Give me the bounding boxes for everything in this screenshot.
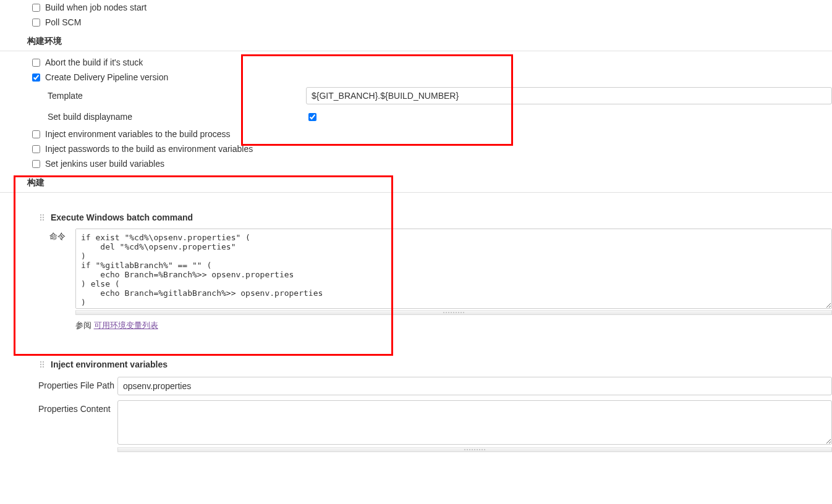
checkbox-inject-passwords[interactable] bbox=[32, 145, 40, 153]
svg-point-0 bbox=[40, 214, 41, 216]
svg-point-4 bbox=[40, 219, 41, 220]
option-create-delivery-pipeline[interactable]: Create Delivery Pipeline version bbox=[0, 70, 832, 85]
option-poll-scm[interactable]: Poll SCM bbox=[0, 15, 832, 30]
drag-handle-icon[interactable] bbox=[38, 213, 47, 222]
properties-file-path-row: Properties File Path bbox=[0, 374, 832, 398]
checkbox-inject-env[interactable] bbox=[32, 130, 40, 138]
section-header-build: 构建 bbox=[0, 171, 832, 193]
command-label: 命令 bbox=[0, 229, 75, 242]
label-set-displayname: Set build displayname bbox=[0, 112, 306, 122]
checkbox-abort-build[interactable] bbox=[32, 59, 40, 67]
jenkins-config-page: Build when job nodes start Poll SCM 构建环境… bbox=[0, 0, 832, 477]
label-create-delivery-pipeline: Create Delivery Pipeline version bbox=[45, 72, 168, 82]
svg-point-11 bbox=[43, 366, 44, 368]
label-poll-scm: Poll SCM bbox=[45, 17, 81, 27]
svg-point-6 bbox=[40, 361, 41, 363]
properties-content-row: Properties Content bbox=[0, 398, 832, 447]
field-row-set-displayname: Set build displayname bbox=[0, 107, 832, 127]
env-var-list-link[interactable]: 可用环境变量列表 bbox=[94, 321, 158, 330]
label-inject-passwords: Inject passwords to the build as environ… bbox=[45, 144, 253, 154]
checkbox-build-when-job-nodes-start[interactable] bbox=[32, 4, 40, 12]
svg-point-1 bbox=[43, 214, 44, 216]
label-inject-env: Inject environment variables to the buil… bbox=[45, 129, 231, 139]
env-var-reference-row: 参阅 可用环境变量列表 bbox=[0, 315, 832, 336]
label-set-jenkins-user: Set jenkins user build variables bbox=[45, 159, 164, 169]
option-inject-passwords[interactable]: Inject passwords to the build as environ… bbox=[0, 141, 832, 156]
build-step-execute-windows-batch: Execute Windows batch command bbox=[0, 208, 832, 227]
svg-point-9 bbox=[43, 364, 44, 365]
checkbox-set-jenkins-user[interactable] bbox=[32, 160, 40, 168]
svg-point-5 bbox=[43, 219, 44, 220]
build-step-title-1: Execute Windows batch command bbox=[51, 212, 193, 222]
checkbox-poll-scm[interactable] bbox=[32, 19, 40, 27]
label-build-when-job-nodes-start: Build when job nodes start bbox=[45, 2, 146, 12]
template-input[interactable] bbox=[306, 87, 832, 104]
svg-point-3 bbox=[43, 217, 44, 218]
ref-prefix: 参阅 bbox=[75, 321, 94, 330]
properties-content-textarea[interactable] bbox=[117, 400, 832, 445]
label-template: Template bbox=[0, 91, 306, 101]
command-resize-handle[interactable] bbox=[75, 310, 832, 315]
command-row: 命令 bbox=[0, 227, 832, 310]
checkbox-create-delivery-pipeline[interactable] bbox=[32, 74, 40, 82]
svg-point-2 bbox=[40, 217, 41, 218]
properties-file-path-label: Properties File Path bbox=[0, 377, 117, 390]
drag-handle-icon[interactable] bbox=[38, 360, 47, 369]
option-inject-env[interactable]: Inject environment variables to the buil… bbox=[0, 127, 832, 141]
template-input-wrap bbox=[306, 87, 832, 104]
svg-point-7 bbox=[43, 361, 44, 363]
build-step-inject-env: Inject environment variables bbox=[0, 355, 832, 374]
properties-content-label: Properties Content bbox=[0, 400, 117, 414]
svg-point-10 bbox=[40, 366, 41, 368]
option-build-when-job-nodes-start[interactable]: Build when job nodes start bbox=[0, 0, 832, 15]
field-row-template: Template bbox=[0, 85, 832, 107]
label-abort-build: Abort the build if it's stuck bbox=[45, 57, 143, 67]
build-step-title-2: Inject environment variables bbox=[51, 359, 168, 369]
properties-file-path-input[interactable] bbox=[117, 377, 832, 395]
set-displayname-checkbox-wrap bbox=[306, 111, 832, 123]
properties-content-resize-handle[interactable] bbox=[117, 447, 832, 452]
option-set-jenkins-user[interactable]: Set jenkins user build variables bbox=[0, 156, 832, 171]
svg-point-8 bbox=[40, 364, 41, 365]
checkbox-set-displayname[interactable] bbox=[308, 113, 316, 121]
section-header-build-env: 构建环境 bbox=[0, 30, 832, 51]
command-textarea[interactable] bbox=[75, 229, 832, 309]
option-abort-build[interactable]: Abort the build if it's stuck bbox=[0, 55, 832, 70]
